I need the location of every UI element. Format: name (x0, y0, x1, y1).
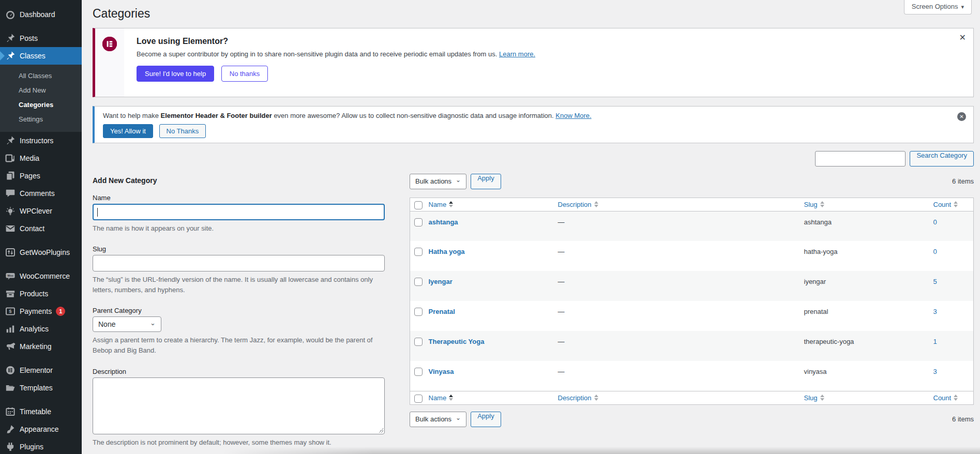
parent-category-label: Parent Category (93, 307, 385, 314)
sidebar-item-settings[interactable]: Settings (0, 112, 82, 127)
category-count-link[interactable]: 3 (933, 308, 937, 315)
sort-by-name[interactable]: Name (429, 201, 454, 208)
bulk-actions-row-top: Bulk actions Apply 6 items (410, 173, 974, 190)
table-footer-row: Name Description Slug Count (410, 391, 974, 404)
category-description: — (558, 248, 565, 255)
sort-by-count[interactable]: Count (933, 394, 958, 402)
sidebar-item-add-new[interactable]: Add New (0, 83, 82, 98)
column-header-count: Count (933, 201, 952, 208)
sidebar-item-dashboard[interactable]: Dashboard (0, 6, 82, 23)
payments-icon: $ (5, 306, 16, 316)
category-slug: iyengar (804, 278, 826, 285)
sort-by-count[interactable]: Count (933, 201, 958, 208)
search-row: Search Category (93, 151, 974, 167)
sidebar-item-pages[interactable]: Pages (0, 167, 82, 185)
category-name-link[interactable]: Therapeutic Yoga (429, 338, 485, 345)
sidebar-item-elementor[interactable]: Elementor (0, 361, 82, 379)
elementor-notice-text: Become a super contributor by opting in … (137, 50, 497, 58)
elementor-decline-button[interactable]: No thanks (221, 66, 268, 82)
pin-icon (5, 33, 16, 43)
slug-field[interactable] (93, 255, 385, 271)
select-all-checkbox[interactable] (414, 395, 423, 403)
table-row: Iyengar — iyengar 5 (410, 271, 974, 301)
sidebar-item-media[interactable]: Media (0, 149, 82, 167)
close-circle-icon[interactable] (957, 112, 966, 121)
sidebar-item-woocommerce[interactable]: Woo WooCommerce (0, 267, 82, 285)
sidebar-item-comments[interactable]: Comments (0, 185, 82, 202)
category-slug: prenatal (804, 308, 828, 315)
description-textarea[interactable] (93, 377, 385, 434)
sidebar-item-getwooplugins[interactable]: GetWooPlugins (0, 244, 82, 261)
close-icon[interactable] (959, 34, 966, 42)
sort-by-slug[interactable]: Slug (804, 394, 824, 402)
row-checkbox[interactable] (414, 248, 423, 256)
elementor-logo-icon (102, 37, 117, 51)
parent-category-select[interactable]: None (93, 316, 161, 332)
hfb-decline-button[interactable]: No Thanks (159, 124, 206, 138)
pages-icon (5, 171, 16, 181)
category-name-link[interactable]: Prenatal (429, 308, 455, 315)
category-name-link[interactable]: Hatha yoga (429, 248, 465, 255)
row-checkbox[interactable] (414, 218, 423, 226)
sidebar-item-timetable[interactable]: Timetable (0, 403, 82, 420)
category-count-link[interactable]: 3 (933, 368, 937, 375)
sort-by-slug[interactable]: Slug (804, 201, 824, 208)
sidebar-item-classes[interactable]: Classes (0, 47, 82, 65)
sidebar-item-label: Marketing (20, 342, 51, 351)
search-category-button[interactable]: Search Category (910, 151, 974, 167)
sidebar-item-instructors[interactable]: Instructors (0, 132, 82, 149)
category-slug: hatha-yoga (804, 248, 838, 255)
learn-more-link[interactable]: Learn more. (499, 50, 535, 58)
category-name-link[interactable]: Vinyasa (429, 368, 454, 375)
sidebar-item-label: Analytics (20, 325, 49, 333)
category-name-link[interactable]: Iyengar (429, 278, 453, 285)
sort-arrows-icon (594, 395, 598, 401)
chevron-down-icon (150, 320, 156, 328)
bulk-actions-select[interactable]: Bulk actions (410, 174, 466, 189)
sidebar-item-payments[interactable]: $ Payments 1 (0, 302, 82, 320)
apply-button[interactable]: Apply (471, 174, 501, 189)
sort-by-description[interactable]: Description (558, 201, 598, 208)
row-checkbox[interactable] (414, 338, 423, 346)
sidebar-item-all-classes[interactable]: All Classes (0, 69, 82, 83)
sidebar-item-contact[interactable]: Contact (0, 220, 82, 237)
category-count-link[interactable]: 1 (933, 338, 937, 345)
sidebar-item-posts[interactable]: Posts (0, 29, 82, 47)
sidebar-item-analytics[interactable]: Analytics (0, 320, 82, 338)
apply-button[interactable]: Apply (471, 412, 501, 427)
row-checkbox[interactable] (414, 368, 423, 376)
sort-by-description[interactable]: Description (558, 394, 598, 402)
category-count-link[interactable]: 5 (933, 278, 937, 285)
svg-text:$: $ (9, 308, 12, 314)
search-input[interactable] (815, 151, 906, 167)
category-count-link[interactable]: 0 (933, 248, 937, 255)
sort-arrows-icon (820, 201, 824, 207)
select-all-checkbox[interactable] (414, 201, 423, 209)
sort-by-name[interactable]: Name (429, 394, 454, 402)
category-name-link[interactable]: ashtanga (429, 218, 458, 226)
know-more-link[interactable]: Know More. (555, 112, 591, 119)
elementor-notice-body: Become a super contributor by opting in … (137, 50, 535, 58)
resize-grip[interactable] (378, 428, 383, 433)
sidebar-item-plugins[interactable]: Plugins (0, 438, 82, 454)
sidebar-item-products[interactable]: Products (0, 285, 82, 302)
sidebar-item-categories[interactable]: Categories (0, 98, 82, 112)
hfb-accept-button[interactable]: Yes! Allow it (103, 124, 153, 138)
category-description: — (558, 278, 565, 285)
sidebar-item-wpclever[interactable]: WPClever (0, 202, 82, 220)
elementor-accept-button[interactable]: Sure! I'd love to help (137, 66, 214, 82)
row-checkbox[interactable] (414, 278, 423, 286)
name-field[interactable] (93, 204, 385, 220)
sidebar-item-appearance[interactable]: Appearance (0, 420, 82, 438)
comments-icon (5, 188, 16, 199)
sidebar-item-marketing[interactable]: Marketing (0, 338, 82, 355)
bulk-actions-select[interactable]: Bulk actions (410, 412, 466, 427)
sidebar-item-templates[interactable]: Templates (0, 379, 82, 397)
add-category-form: Add New Category Name The name is how it… (93, 173, 385, 454)
admin-content: Screen Options Categories Love using Ele… (82, 0, 980, 454)
row-checkbox[interactable] (414, 308, 423, 316)
hfb-text-prefix: Want to help make (103, 112, 161, 119)
screen-options-button[interactable]: Screen Options (904, 0, 972, 14)
items-count: 6 items (952, 177, 974, 185)
category-count-link[interactable]: 0 (933, 218, 937, 226)
